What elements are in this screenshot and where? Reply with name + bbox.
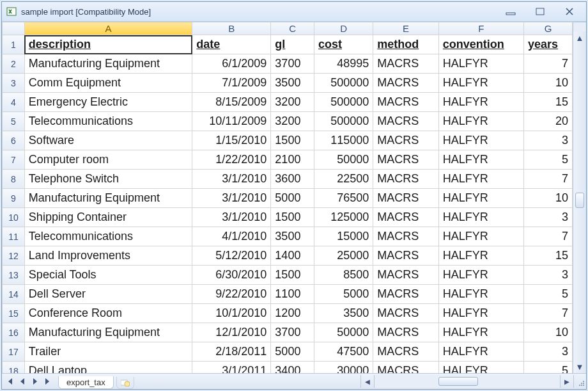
cell[interactable]: 4/1/2010 (192, 227, 271, 246)
row-header[interactable]: 12 (3, 246, 25, 266)
row-header[interactable]: 16 (3, 323, 25, 342)
cell[interactable]: 25000 (314, 246, 373, 266)
cell[interactable]: 5 (524, 362, 573, 374)
cell[interactable]: 3500 (314, 304, 373, 323)
maximize-button[interactable] (532, 6, 548, 17)
vertical-scroll-thumb[interactable] (575, 193, 584, 208)
cell[interactable]: 5 (524, 150, 573, 170)
cell[interactable]: 5 (524, 285, 573, 304)
cell[interactable]: 6/1/2009 (192, 54, 271, 74)
tab-nav-prev[interactable] (16, 375, 29, 388)
cell[interactable]: MACRS (373, 342, 439, 362)
cell[interactable]: Manufacturing Equipment (24, 189, 192, 208)
cell[interactable]: 9/22/2010 (192, 285, 271, 304)
cell[interactable]: 7/1/2009 (192, 74, 271, 93)
row-header[interactable]: 9 (3, 189, 25, 208)
cell[interactable]: 1500 (271, 266, 314, 285)
cell[interactable]: convention (438, 35, 523, 54)
cell[interactable]: description (24, 35, 192, 54)
cell[interactable]: 7 (524, 170, 573, 189)
cell[interactable]: 3 (524, 342, 573, 362)
cell[interactable]: HALFYR (438, 304, 523, 323)
scroll-left-button[interactable]: ◄ (360, 375, 374, 388)
cell[interactable]: method (373, 35, 439, 54)
cell[interactable]: HALFYR (438, 342, 523, 362)
cell[interactable]: 3 (524, 266, 573, 285)
cell[interactable]: HALFYR (438, 170, 523, 189)
cell[interactable]: MACRS (373, 323, 439, 342)
cell[interactable]: 5000 (271, 342, 314, 362)
column-header-G[interactable]: G (524, 22, 573, 35)
cell[interactable]: HALFYR (438, 74, 523, 93)
cell[interactable]: Telecommunications (24, 227, 192, 246)
tab-nav-last[interactable] (42, 375, 54, 388)
cell[interactable]: Shipping Container (24, 208, 192, 227)
split-handle-top[interactable] (573, 22, 586, 31)
cell[interactable]: 48995 (314, 54, 373, 74)
row-header[interactable]: 3 (3, 74, 25, 93)
vertical-scrollbar[interactable]: ▲ ▼ (573, 22, 586, 373)
cell[interactable]: 1500 (271, 131, 314, 150)
cell[interactable]: MACRS (373, 208, 439, 227)
cell[interactable]: Emergency Electric (24, 93, 192, 112)
cell[interactable]: 2/18/2011 (192, 342, 271, 362)
cell[interactable]: 50000 (314, 323, 373, 342)
cell[interactable]: MACRS (373, 227, 439, 246)
cell[interactable]: HALFYR (438, 189, 523, 208)
cell[interactable]: 22500 (314, 170, 373, 189)
cell[interactable]: 6/30/2010 (192, 266, 271, 285)
sheet-tab-active[interactable]: export_tax (58, 376, 114, 389)
row-header[interactable]: 1 (3, 35, 25, 54)
cell[interactable]: 7 (524, 54, 573, 74)
cell[interactable]: HALFYR (438, 112, 523, 131)
cell[interactable]: Telecommunications (24, 112, 192, 131)
cell[interactable]: HALFYR (438, 285, 523, 304)
cell[interactable]: 3 (524, 208, 573, 227)
cell[interactable]: Telephone Switch (24, 170, 192, 189)
cell[interactable]: Computer room (24, 150, 192, 170)
cell[interactable]: MACRS (373, 189, 439, 208)
cell[interactable]: 50000 (314, 150, 373, 170)
cell[interactable]: 3200 (271, 93, 314, 112)
tab-nav-first[interactable] (3, 375, 16, 388)
horizontal-scrollbar[interactable]: ◄ ► (360, 374, 586, 389)
cell[interactable]: 1100 (271, 285, 314, 304)
cell[interactable]: MACRS (373, 112, 439, 131)
close-button[interactable] (562, 6, 577, 17)
row-header[interactable]: 8 (3, 170, 25, 189)
cell[interactable]: Comm Equipment (24, 74, 192, 93)
cell[interactable]: 3/1/2010 (192, 189, 271, 208)
cell[interactable]: Dell Laptop (24, 362, 192, 374)
select-all-corner[interactable] (3, 22, 25, 35)
cell[interactable]: 12/1/2010 (192, 323, 271, 342)
cell[interactable]: HALFYR (438, 131, 523, 150)
minimize-button[interactable] (503, 6, 518, 17)
cell[interactable]: 10 (524, 189, 573, 208)
column-header-C[interactable]: C (271, 22, 314, 35)
cell[interactable]: MACRS (373, 170, 439, 189)
cell[interactable]: 5/12/2010 (192, 246, 271, 266)
row-header[interactable]: 18 (3, 362, 25, 374)
cell[interactable]: 7 (524, 227, 573, 246)
cell[interactable]: 3/1/2010 (192, 208, 271, 227)
cell[interactable]: 7 (524, 304, 573, 323)
cell[interactable]: 3200 (271, 112, 314, 131)
cell[interactable]: 8/15/2009 (192, 93, 271, 112)
row-header[interactable]: 5 (3, 112, 25, 131)
cell[interactable]: Manufacturing Equipment (24, 323, 192, 342)
row-header[interactable]: 4 (3, 93, 25, 112)
cell[interactable]: 3700 (271, 323, 314, 342)
cell[interactable]: 10 (524, 323, 573, 342)
scroll-right-button[interactable]: ► (560, 375, 573, 388)
cell[interactable]: 1500 (271, 208, 314, 227)
row-header[interactable]: 13 (3, 266, 25, 285)
cell[interactable]: MACRS (373, 246, 439, 266)
cell[interactable]: HALFYR (438, 54, 523, 74)
row-header[interactable]: 7 (3, 150, 25, 170)
row-header[interactable]: 17 (3, 342, 25, 362)
cell[interactable]: 47500 (314, 342, 373, 362)
cell[interactable]: MACRS (373, 54, 439, 74)
cell[interactable]: 5000 (314, 285, 373, 304)
cell[interactable]: HALFYR (438, 150, 523, 170)
column-header-A[interactable]: A (24, 22, 192, 35)
